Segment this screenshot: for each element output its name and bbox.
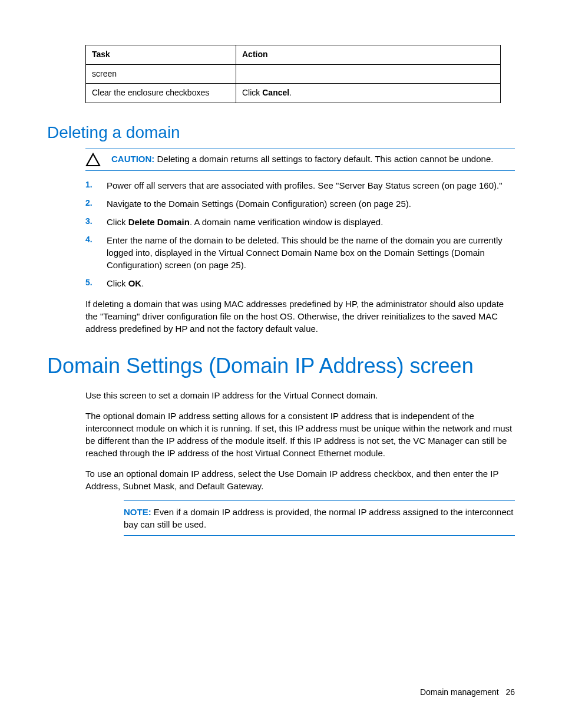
table-cell: screen [86,64,236,84]
paragraph: Use this screen to set a domain IP addre… [85,389,515,401]
step-text: Click Delete Domain. A domain name verif… [107,216,515,228]
step-item: 3. Click Delete Domain. A domain name ve… [85,216,515,228]
step-text: Power off all servers that are associate… [107,179,515,192]
step-text: Enter the name of the domain to be delet… [107,234,515,271]
footer-section: Domain management [420,687,499,697]
step-item: 4. Enter the name of the domain to be de… [85,234,515,271]
table-header-task: Task [86,45,236,65]
page-footer: Domain management 26 [420,687,515,699]
caution-label: CAUTION: [111,154,154,164]
step-text: Click OK. [107,277,515,289]
step-number: 2. [85,197,95,209]
table-cell: Click Cancel. [236,84,501,103]
caution-text: CAUTION: Deleting a domain returns all s… [111,153,515,165]
steps-list: 1. Power off all servers that are associ… [85,179,515,289]
followup-paragraph: If deleting a domain that was using MAC … [85,298,515,335]
step-number: 3. [85,216,95,228]
step-number: 5. [85,277,95,289]
table-row: Clear the enclosure checkboxes Click Can… [86,84,501,103]
step-item: 5. Click OK. [85,277,515,289]
note-text: Even if a domain IP address is provided,… [124,507,513,529]
heading-domain-settings: Domain Settings (Domain IP Address) scre… [47,351,515,381]
heading-deleting-domain: Deleting a domain [47,121,515,144]
step-item: 2. Navigate to the Domain Settings (Doma… [85,197,515,210]
footer-page-number: 26 [505,687,515,697]
table-cell [236,64,501,84]
note-callout: NOTE: Even if a domain IP address is pro… [124,500,515,536]
caution-triangle-icon [85,153,101,167]
caution-callout: CAUTION: Deleting a domain returns all s… [85,149,515,171]
paragraph: To use an optional domain IP address, se… [85,467,515,492]
table-row: screen [86,64,501,84]
step-number: 1. [85,179,95,191]
step-number: 4. [85,234,95,246]
paragraph: The optional domain IP address setting a… [85,410,515,459]
table-cell: Clear the enclosure checkboxes [86,84,236,103]
step-item: 1. Power off all servers that are associ… [85,179,515,192]
table-header-action: Action [236,45,501,65]
note-label: NOTE: [124,507,151,517]
step-text: Navigate to the Domain Settings (Domain … [107,197,515,210]
task-action-table: Task Action screen Clear the enclosure c… [85,45,501,103]
